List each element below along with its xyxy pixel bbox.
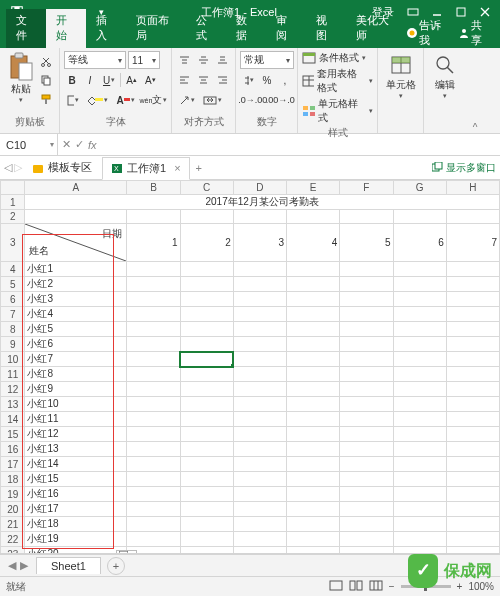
phonetic-button[interactable]: wén文	[140, 91, 167, 109]
cell[interactable]	[287, 292, 340, 307]
cell[interactable]	[340, 442, 393, 457]
cell[interactable]	[340, 397, 393, 412]
cell[interactable]	[446, 382, 499, 397]
cell[interactable]	[287, 277, 340, 292]
name-box[interactable]: C10▾	[0, 134, 58, 155]
cell[interactable]	[180, 442, 233, 457]
cell[interactable]	[180, 277, 233, 292]
align-center-button[interactable]	[195, 71, 212, 89]
cell[interactable]	[180, 472, 233, 487]
conditional-format-button[interactable]: 条件格式▾	[302, 50, 373, 66]
select-all-corner[interactable]	[1, 181, 25, 195]
cell[interactable]	[180, 457, 233, 472]
format-painter-button[interactable]	[37, 91, 55, 108]
cell[interactable]	[180, 547, 233, 555]
cell[interactable]	[393, 277, 446, 292]
cell[interactable]	[393, 457, 446, 472]
decrease-font-button[interactable]: A▾	[142, 71, 159, 89]
name-cell[interactable]: 小红20	[25, 547, 127, 555]
cell[interactable]	[393, 307, 446, 322]
name-cell[interactable]: 小红17	[25, 502, 127, 517]
cell[interactable]	[340, 547, 393, 555]
cell[interactable]	[180, 352, 233, 367]
cell-style-button[interactable]: 单元格样式▾	[302, 96, 373, 126]
cell[interactable]	[340, 502, 393, 517]
cell[interactable]	[127, 517, 180, 532]
cell[interactable]	[340, 457, 393, 472]
view-pagebreak-icon[interactable]	[369, 580, 383, 593]
cell[interactable]	[446, 427, 499, 442]
cell[interactable]	[233, 472, 286, 487]
cell[interactable]	[287, 517, 340, 532]
cell[interactable]	[180, 427, 233, 442]
cell[interactable]	[180, 517, 233, 532]
underline-button[interactable]: U	[100, 71, 118, 89]
cell[interactable]	[233, 487, 286, 502]
col-header[interactable]: H	[446, 181, 499, 195]
cell[interactable]	[340, 532, 393, 547]
row-header[interactable]: 21	[1, 517, 25, 532]
tab-file[interactable]: 文件	[6, 9, 46, 48]
row-header[interactable]: 1	[1, 195, 25, 210]
cell[interactable]	[446, 397, 499, 412]
day-header[interactable]: 4	[287, 224, 340, 262]
cell[interactable]	[446, 502, 499, 517]
cell[interactable]	[446, 472, 499, 487]
comma-button[interactable]: ,	[277, 71, 293, 89]
accounting-button[interactable]	[240, 71, 257, 89]
cell[interactable]	[233, 547, 286, 555]
cell[interactable]	[393, 367, 446, 382]
row-header[interactable]: 19	[1, 487, 25, 502]
cell[interactable]	[287, 397, 340, 412]
increase-decimal-button[interactable]: .0→.00	[240, 91, 266, 109]
cell[interactable]	[340, 210, 393, 224]
cell[interactable]	[127, 210, 180, 224]
cell[interactable]	[233, 502, 286, 517]
align-right-button[interactable]	[214, 71, 231, 89]
table-format-button[interactable]: 套用表格格式▾	[302, 66, 373, 96]
cell[interactable]	[233, 412, 286, 427]
day-header[interactable]: 7	[446, 224, 499, 262]
cell[interactable]	[287, 427, 340, 442]
cell[interactable]	[393, 427, 446, 442]
name-cell[interactable]: 小红15	[25, 472, 127, 487]
row-header[interactable]: 8	[1, 322, 25, 337]
cell[interactable]	[446, 307, 499, 322]
cell[interactable]	[180, 307, 233, 322]
cell[interactable]	[340, 277, 393, 292]
col-header[interactable]: B	[127, 181, 180, 195]
zoom-in-icon[interactable]: +	[457, 581, 463, 592]
cell[interactable]	[340, 322, 393, 337]
accept-fx-icon[interactable]: ✓	[75, 138, 84, 151]
cell[interactable]	[287, 307, 340, 322]
cell[interactable]	[180, 262, 233, 277]
cell[interactable]	[446, 352, 499, 367]
number-format-combo[interactable]: 常规▾	[240, 51, 294, 69]
name-cell[interactable]: 小红16	[25, 487, 127, 502]
merge-button[interactable]	[200, 91, 225, 109]
cell[interactable]	[233, 307, 286, 322]
cell[interactable]	[446, 277, 499, 292]
cell[interactable]	[446, 262, 499, 277]
cell[interactable]	[393, 487, 446, 502]
percent-button[interactable]: %	[259, 71, 275, 89]
cell[interactable]	[340, 487, 393, 502]
cell[interactable]	[287, 337, 340, 352]
col-header[interactable]: G	[393, 181, 446, 195]
day-header[interactable]: 6	[393, 224, 446, 262]
row-header[interactable]: 3	[1, 224, 25, 262]
cell[interactable]	[180, 382, 233, 397]
name-cell[interactable]: 小红19	[25, 532, 127, 547]
tab-beautify[interactable]: 美化大师	[346, 9, 406, 48]
cell[interactable]	[287, 442, 340, 457]
cell[interactable]	[127, 352, 180, 367]
cell[interactable]	[446, 367, 499, 382]
cell[interactable]	[340, 472, 393, 487]
row-header[interactable]: 7	[1, 307, 25, 322]
cell[interactable]	[233, 442, 286, 457]
cell[interactable]	[180, 337, 233, 352]
cell[interactable]	[233, 427, 286, 442]
cell[interactable]	[287, 412, 340, 427]
align-bottom-button[interactable]	[214, 51, 231, 69]
cell[interactable]	[287, 352, 340, 367]
